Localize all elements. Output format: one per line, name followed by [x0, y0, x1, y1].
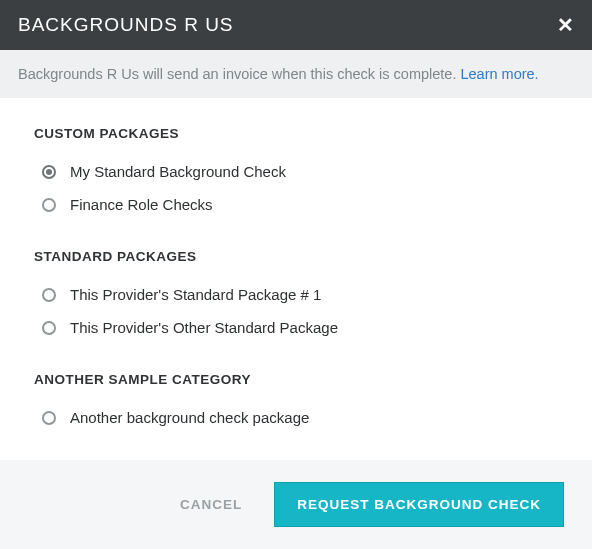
package-option[interactable]: This Provider's Standard Package # 1 [34, 278, 558, 311]
radio-icon [42, 288, 56, 302]
category-title: STANDARD PACKAGES [34, 249, 558, 264]
modal-header: BACKGROUNDS R US ✕ [0, 0, 592, 50]
category-title: ANOTHER SAMPLE CATEGORY [34, 372, 558, 387]
modal-title: BACKGROUNDS R US [18, 14, 234, 36]
category-standard-packages: STANDARD PACKAGES This Provider's Standa… [34, 249, 558, 344]
category-another-sample: ANOTHER SAMPLE CATEGORY Another backgrou… [34, 372, 558, 434]
option-label: My Standard Background Check [70, 163, 286, 180]
cancel-button[interactable]: CANCEL [180, 497, 242, 512]
option-label: This Provider's Standard Package # 1 [70, 286, 321, 303]
modal-footer: CANCEL REQUEST BACKGROUND CHECK [0, 460, 592, 549]
option-label: This Provider's Other Standard Package [70, 319, 338, 336]
modal-body: CUSTOM PACKAGES My Standard Background C… [0, 98, 592, 460]
info-banner: Backgrounds R Us will send an invoice wh… [0, 50, 592, 98]
option-label: Another background check package [70, 409, 309, 426]
category-custom-packages: CUSTOM PACKAGES My Standard Background C… [34, 126, 558, 221]
modal-dialog: BACKGROUNDS R US ✕ Backgrounds R Us will… [0, 0, 592, 549]
learn-more-link[interactable]: Learn more. [460, 66, 538, 82]
package-option[interactable]: Finance Role Checks [34, 188, 558, 221]
category-title: CUSTOM PACKAGES [34, 126, 558, 141]
radio-icon [42, 321, 56, 335]
option-label: Finance Role Checks [70, 196, 213, 213]
close-icon[interactable]: ✕ [557, 15, 574, 35]
package-option[interactable]: This Provider's Other Standard Package [34, 311, 558, 344]
request-background-check-button[interactable]: REQUEST BACKGROUND CHECK [274, 482, 564, 527]
info-text: Backgrounds R Us will send an invoice wh… [18, 66, 460, 82]
package-option[interactable]: My Standard Background Check [34, 155, 558, 188]
radio-icon [42, 165, 56, 179]
package-option[interactable]: Another background check package [34, 401, 558, 434]
radio-icon [42, 198, 56, 212]
radio-icon [42, 411, 56, 425]
